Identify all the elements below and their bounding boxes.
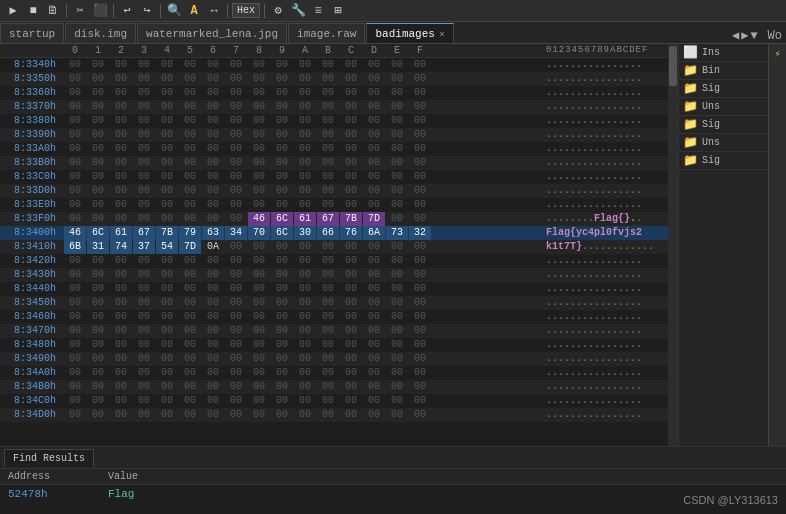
- hex-cell[interactable]: 00: [179, 254, 201, 268]
- hex-cell[interactable]: 00: [340, 170, 362, 184]
- hex-cell[interactable]: 00: [409, 352, 431, 366]
- hex-cell[interactable]: 00: [340, 296, 362, 310]
- hex-cell[interactable]: 67: [133, 226, 155, 240]
- tab-startup[interactable]: startup: [0, 23, 64, 43]
- hex-cell[interactable]: 00: [64, 212, 86, 226]
- hex-cell[interactable]: 00: [64, 268, 86, 282]
- hex-cell[interactable]: 00: [386, 184, 408, 198]
- hex-cell[interactable]: 00: [110, 338, 132, 352]
- hex-cell[interactable]: 00: [64, 142, 86, 156]
- hex-cell[interactable]: 00: [340, 184, 362, 198]
- hex-cell[interactable]: 00: [110, 142, 132, 156]
- hex-cell[interactable]: 00: [202, 352, 224, 366]
- hex-cell[interactable]: 00: [110, 408, 132, 422]
- tab-nav-menu[interactable]: ▼: [750, 29, 757, 43]
- hex-cell[interactable]: 00: [294, 240, 316, 254]
- hex-cell[interactable]: 00: [64, 366, 86, 380]
- hex-cell[interactable]: 00: [133, 380, 155, 394]
- main-scrollbar[interactable]: [668, 44, 678, 446]
- hex-cell[interactable]: 00: [179, 72, 201, 86]
- hex-cell[interactable]: 00: [248, 296, 270, 310]
- hex-cell[interactable]: 00: [271, 72, 293, 86]
- hex-cell[interactable]: 00: [110, 58, 132, 72]
- hex-cell[interactable]: 6C: [271, 212, 293, 226]
- hex-cell[interactable]: 00: [87, 100, 109, 114]
- hex-cell[interactable]: 00: [409, 86, 431, 100]
- hex-cell[interactable]: 00: [248, 324, 270, 338]
- hex-cell[interactable]: 00: [179, 100, 201, 114]
- right-panel-item-bin-1[interactable]: 📁Bin: [679, 62, 768, 80]
- hex-cell[interactable]: 00: [317, 100, 339, 114]
- hex-cell[interactable]: 00: [409, 310, 431, 324]
- hex-cell[interactable]: 00: [363, 184, 385, 198]
- toolbar-icon-grid[interactable]: ⊞: [329, 2, 347, 20]
- hex-row[interactable]: 8:3370h00000000000000000000000000000000.…: [0, 100, 668, 114]
- hex-cell[interactable]: 7B: [156, 226, 178, 240]
- hex-cell[interactable]: 00: [340, 324, 362, 338]
- hex-cell[interactable]: 00: [409, 296, 431, 310]
- hex-cell[interactable]: 00: [363, 282, 385, 296]
- hex-cell[interactable]: 00: [317, 86, 339, 100]
- hex-row[interactable]: 8:3340h00000000000000000000000000000000.…: [0, 58, 668, 72]
- hex-cell[interactable]: 00: [294, 198, 316, 212]
- hex-cell[interactable]: 73: [386, 226, 408, 240]
- hex-cell[interactable]: 00: [225, 282, 247, 296]
- toolbar-icon-redo[interactable]: ↪: [138, 2, 156, 20]
- hex-cell[interactable]: 00: [202, 86, 224, 100]
- hex-row[interactable]: 8:3390h00000000000000000000000000000000.…: [0, 128, 668, 142]
- hex-cell[interactable]: 00: [133, 156, 155, 170]
- hex-cell[interactable]: 00: [156, 184, 178, 198]
- hex-cell[interactable]: 00: [317, 184, 339, 198]
- hex-row[interactable]: 8:3430h00000000000000000000000000000000.…: [0, 268, 668, 282]
- hex-cell[interactable]: 00: [202, 394, 224, 408]
- hex-cell[interactable]: 00: [225, 156, 247, 170]
- hex-cell[interactable]: 00: [271, 142, 293, 156]
- hex-cell[interactable]: 00: [363, 240, 385, 254]
- hex-cell[interactable]: 00: [156, 366, 178, 380]
- hex-cell[interactable]: 00: [386, 72, 408, 86]
- hex-cell[interactable]: 00: [386, 296, 408, 310]
- hex-cell[interactable]: 00: [225, 352, 247, 366]
- hex-cell[interactable]: 00: [156, 268, 178, 282]
- hex-cell[interactable]: 00: [202, 170, 224, 184]
- hex-cell[interactable]: 00: [87, 114, 109, 128]
- hex-cell[interactable]: 00: [225, 198, 247, 212]
- hex-cell[interactable]: 00: [386, 198, 408, 212]
- hex-cell[interactable]: 00: [248, 72, 270, 86]
- hex-cell[interactable]: 00: [340, 100, 362, 114]
- hex-cell[interactable]: 00: [225, 114, 247, 128]
- hex-cell[interactable]: 00: [202, 254, 224, 268]
- hex-cell[interactable]: 00: [202, 58, 224, 72]
- hex-cell[interactable]: 00: [409, 408, 431, 422]
- hex-cell[interactable]: 00: [409, 100, 431, 114]
- hex-cell[interactable]: 00: [133, 86, 155, 100]
- hex-cell[interactable]: 00: [317, 408, 339, 422]
- hex-cell[interactable]: 00: [317, 156, 339, 170]
- hex-cell[interactable]: 00: [317, 72, 339, 86]
- hex-cell[interactable]: 00: [409, 268, 431, 282]
- hex-cell[interactable]: 61: [294, 212, 316, 226]
- hex-cell[interactable]: 00: [248, 394, 270, 408]
- hex-cell[interactable]: 00: [133, 310, 155, 324]
- hex-cell[interactable]: 00: [64, 324, 86, 338]
- hex-cell[interactable]: 00: [156, 198, 178, 212]
- hex-cell[interactable]: 00: [248, 380, 270, 394]
- hex-cell[interactable]: 00: [317, 338, 339, 352]
- hex-cell[interactable]: 00: [179, 408, 201, 422]
- hex-cell[interactable]: 00: [87, 296, 109, 310]
- hex-cell[interactable]: 00: [133, 338, 155, 352]
- hex-cell[interactable]: 00: [294, 380, 316, 394]
- hex-cell[interactable]: 46: [64, 226, 86, 240]
- hex-cell[interactable]: 00: [409, 170, 431, 184]
- hex-cell[interactable]: 00: [202, 72, 224, 86]
- hex-cell[interactable]: 00: [87, 408, 109, 422]
- hex-cell[interactable]: 00: [363, 72, 385, 86]
- hex-cell[interactable]: 00: [340, 268, 362, 282]
- hex-cell[interactable]: 00: [271, 366, 293, 380]
- hex-cell[interactable]: 00: [271, 128, 293, 142]
- hex-cell[interactable]: 00: [363, 310, 385, 324]
- hex-row[interactable]: 8:34C0h00000000000000000000000000000000.…: [0, 394, 668, 408]
- hex-cell[interactable]: 00: [363, 408, 385, 422]
- hex-row[interactable]: 8:3480h00000000000000000000000000000000.…: [0, 338, 668, 352]
- hex-cell[interactable]: 00: [225, 296, 247, 310]
